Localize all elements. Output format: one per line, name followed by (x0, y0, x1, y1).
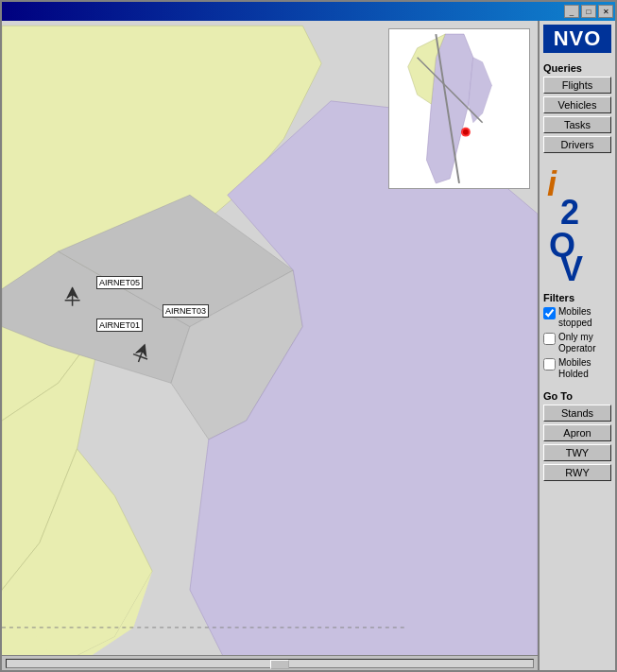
airnet01-label: AIRNET01 (96, 319, 143, 332)
i2ov-logo: i 2 O V (543, 160, 613, 283)
goto-section: Go To Stands Apron TWY RWY (543, 387, 611, 484)
drivers-button[interactable]: Drivers (543, 136, 611, 153)
main-window: _ □ ✕ (0, 0, 617, 672)
svg-text:V: V (560, 250, 583, 281)
airnet03-label: AIRNET03 (163, 304, 209, 318)
svg-text:i: i (547, 164, 557, 203)
maximize-button[interactable]: □ (581, 5, 596, 18)
filters-label: Filters (543, 292, 611, 303)
sidebar: NVO Queries Flights Vehicles Tasks Drive… (538, 21, 615, 670)
twy-button[interactable]: TWY (543, 444, 611, 461)
airnet05-label: AIRNET05 (96, 276, 143, 289)
only-my-operator-checkbox[interactable] (543, 333, 556, 345)
svg-point-23 (463, 129, 469, 135)
minimize-button[interactable]: _ (564, 5, 579, 18)
mobiles-stopped-label: Mobiles stopped (558, 306, 611, 329)
mobiles-holded-row: Mobiles Holded (543, 357, 611, 380)
scrollbar-track[interactable] (6, 659, 534, 668)
goto-label: Go To (543, 390, 611, 402)
scrollbar-thumb[interactable] (270, 660, 289, 669)
tasks-button[interactable]: Tasks (543, 116, 611, 133)
main-content: AIRNET05 AIRNET03 AIRNET01 (2, 21, 615, 670)
mini-map (388, 28, 530, 189)
queries-label: Queries (543, 62, 611, 74)
apron-button[interactable]: Apron (543, 424, 611, 441)
close-button[interactable]: ✕ (598, 5, 613, 18)
map-scrollbar[interactable] (2, 655, 538, 670)
vehicles-button[interactable]: Vehicles (543, 96, 611, 113)
map-area[interactable]: AIRNET05 AIRNET03 AIRNET01 (2, 21, 538, 670)
mobiles-stopped-checkbox[interactable] (543, 307, 556, 319)
mobiles-holded-checkbox[interactable] (543, 358, 556, 370)
nvo-logo: NVO (543, 25, 611, 53)
stands-button[interactable]: Stands (543, 405, 611, 422)
filters-section: Filters Mobiles stopped Only my Operator… (543, 288, 611, 383)
title-bar: _ □ ✕ (2, 2, 615, 21)
only-my-operator-row: Only my Operator (543, 332, 611, 354)
flights-button[interactable]: Flights (543, 77, 611, 94)
only-my-operator-label: Only my Operator (558, 332, 611, 354)
mobiles-stopped-row: Mobiles stopped (543, 306, 611, 329)
title-bar-buttons: _ □ ✕ (564, 5, 613, 18)
rwy-button[interactable]: RWY (543, 464, 611, 481)
mobiles-holded-label: Mobiles Holded (558, 357, 611, 380)
